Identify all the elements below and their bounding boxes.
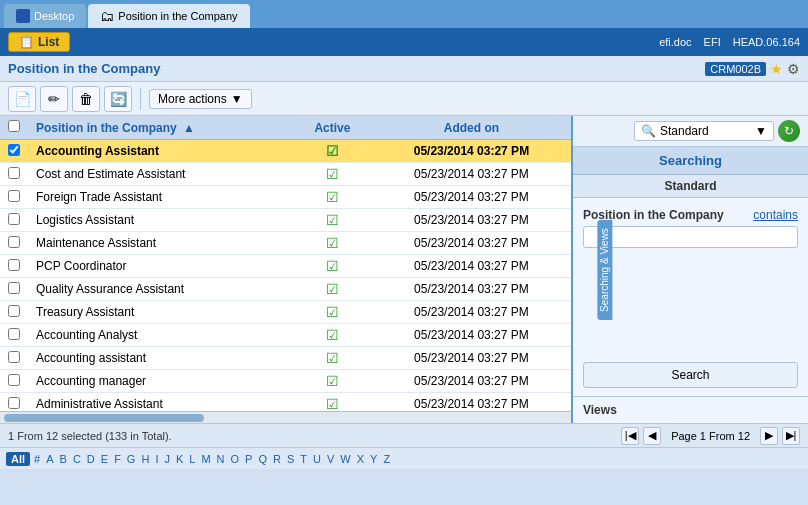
table-row[interactable]: PCP Coordinator ☑ 05/23/2014 03:27 PM <box>0 255 571 278</box>
alpha-btn-m[interactable]: M <box>198 452 213 466</box>
alpha-btn-f[interactable]: F <box>111 452 124 466</box>
row-checkbox-cell[interactable] <box>0 347 28 370</box>
table-row[interactable]: Accounting Assistant ☑ 05/23/2014 03:27 … <box>0 140 571 163</box>
row-checkbox[interactable] <box>8 167 20 179</box>
alpha-btn-u[interactable]: U <box>310 452 324 466</box>
list-button[interactable]: 📋 List <box>8 32 70 52</box>
tab-position[interactable]: 🗂 Position in the Company <box>88 4 249 28</box>
alpha-btn-w[interactable]: W <box>337 452 353 466</box>
row-checkbox-cell[interactable] <box>0 232 28 255</box>
alpha-btn-y[interactable]: Y <box>367 452 380 466</box>
row-checkbox[interactable] <box>8 144 20 156</box>
table-row[interactable]: Quality Assurance Assistant ☑ 05/23/2014… <box>0 278 571 301</box>
row-checkbox-cell[interactable] <box>0 301 28 324</box>
search-dropdown[interactable]: 🔍 Standard ▼ <box>634 121 774 141</box>
row-checkbox-cell[interactable] <box>0 186 28 209</box>
alpha-letters: #ABCDEFGHIJKLMNOPQRSTUVWXYZ <box>31 452 393 466</box>
row-checkbox-cell[interactable] <box>0 324 28 347</box>
refresh-search-button[interactable]: ↻ <box>778 120 800 142</box>
refresh-button[interactable]: 🔄 <box>104 86 132 112</box>
alpha-btn-p[interactable]: P <box>242 452 255 466</box>
search-button[interactable]: Search <box>583 362 798 388</box>
alpha-btn-n[interactable]: N <box>214 452 228 466</box>
table-wrap: Position in the Company ▲ Active Added o… <box>0 116 571 411</box>
table-row[interactable]: Foreign Trade Assistant ☑ 05/23/2014 03:… <box>0 186 571 209</box>
search-field-op[interactable]: contains <box>753 208 798 222</box>
alpha-btn-l[interactable]: L <box>186 452 198 466</box>
table-row[interactable]: Logistics Assistant ☑ 05/23/2014 03:27 P… <box>0 209 571 232</box>
alpha-btn-s[interactable]: S <box>284 452 297 466</box>
row-checkbox-cell[interactable] <box>0 393 28 412</box>
row-checkbox[interactable] <box>8 213 20 225</box>
search-input[interactable] <box>583 226 798 248</box>
settings-icon[interactable]: ⚙ <box>787 61 800 77</box>
dropdown-value: Standard <box>660 124 709 138</box>
horizontal-scrollbar[interactable] <box>0 411 571 423</box>
alpha-btn-t[interactable]: T <box>297 452 310 466</box>
alpha-btn-o[interactable]: O <box>228 452 243 466</box>
more-actions-button[interactable]: More actions ▼ <box>149 89 252 109</box>
tab-desktop[interactable]: Desktop <box>4 4 86 28</box>
table-row[interactable]: Treasury Assistant ☑ 05/23/2014 03:27 PM <box>0 301 571 324</box>
row-checkbox[interactable] <box>8 397 20 409</box>
alpha-btn-c[interactable]: C <box>70 452 84 466</box>
row-checkbox-cell[interactable] <box>0 370 28 393</box>
row-checkbox[interactable] <box>8 328 20 340</box>
search-subheader: Standard <box>573 175 808 198</box>
alpha-btn-a[interactable]: A <box>43 452 56 466</box>
col-position[interactable]: Position in the Company ▲ <box>28 116 293 140</box>
table-row[interactable]: Administrative Assistant ☑ 05/23/2014 03… <box>0 393 571 412</box>
new-button[interactable]: 📄 <box>8 86 36 112</box>
col-active[interactable]: Active <box>293 116 372 140</box>
prev-page-button[interactable]: ◀ <box>643 427 661 445</box>
alpha-btn-e[interactable]: E <box>98 452 111 466</box>
alpha-btn-x[interactable]: X <box>354 452 367 466</box>
alpha-btn-d[interactable]: D <box>84 452 98 466</box>
alpha-btn-#[interactable]: # <box>31 452 43 466</box>
table-row[interactable]: Accounting assistant ☑ 05/23/2014 03:27 … <box>0 347 571 370</box>
row-checkbox-cell[interactable] <box>0 209 28 232</box>
toolbar: 📄 ✏ 🗑 🔄 More actions ▼ <box>0 82 808 116</box>
alpha-btn-q[interactable]: Q <box>255 452 270 466</box>
alpha-btn-j[interactable]: J <box>161 452 173 466</box>
row-checkbox[interactable] <box>8 259 20 271</box>
alpha-btn-k[interactable]: K <box>173 452 186 466</box>
row-checkbox-cell[interactable] <box>0 163 28 186</box>
row-active: ☑ <box>293 255 372 278</box>
table-row[interactable]: Maintenance Assistant ☑ 05/23/2014 03:27… <box>0 232 571 255</box>
alpha-btn-z[interactable]: Z <box>380 452 393 466</box>
row-checkbox[interactable] <box>8 374 20 386</box>
alpha-btn-h[interactable]: H <box>138 452 152 466</box>
alpha-btn-g[interactable]: G <box>124 452 139 466</box>
row-checkbox[interactable] <box>8 236 20 248</box>
row-checkbox[interactable] <box>8 282 20 294</box>
alpha-btn-v[interactable]: V <box>324 452 337 466</box>
alpha-btn-b[interactable]: B <box>57 452 70 466</box>
col-added-on-label: Added on <box>444 121 499 135</box>
star-icon[interactable]: ★ <box>770 61 783 77</box>
searching-views-tab[interactable]: Searching & Views <box>597 220 612 320</box>
row-checkbox[interactable] <box>8 190 20 202</box>
row-checkbox[interactable] <box>8 305 20 317</box>
row-checkbox-cell[interactable] <box>0 140 28 163</box>
delete-button[interactable]: 🗑 <box>72 86 100 112</box>
active-check-icon: ☑ <box>326 189 339 205</box>
alpha-all-button[interactable]: All <box>6 452 30 466</box>
row-checkbox-cell[interactable] <box>0 278 28 301</box>
col-added-on[interactable]: Added on <box>372 116 571 140</box>
row-checkbox-cell[interactable] <box>0 255 28 278</box>
alpha-btn-r[interactable]: R <box>270 452 284 466</box>
table-row[interactable]: Cost and Estimate Assistant ☑ 05/23/2014… <box>0 163 571 186</box>
first-page-button[interactable]: |◀ <box>621 427 639 445</box>
col-checkbox[interactable] <box>0 116 28 140</box>
last-page-button[interactable]: ▶| <box>782 427 800 445</box>
row-checkbox[interactable] <box>8 351 20 363</box>
left-panel: Position in the Company ▲ Active Added o… <box>0 116 573 423</box>
table-row[interactable]: Accounting manager ☑ 05/23/2014 03:27 PM <box>0 370 571 393</box>
table-row[interactable]: Accounting Analyst ☑ 05/23/2014 03:27 PM <box>0 324 571 347</box>
select-all-checkbox[interactable] <box>8 120 20 132</box>
scrollbar-thumb[interactable] <box>4 414 204 422</box>
next-page-button[interactable]: ▶ <box>760 427 778 445</box>
edit-button[interactable]: ✏ <box>40 86 68 112</box>
row-position: Administrative Assistant <box>28 393 293 412</box>
